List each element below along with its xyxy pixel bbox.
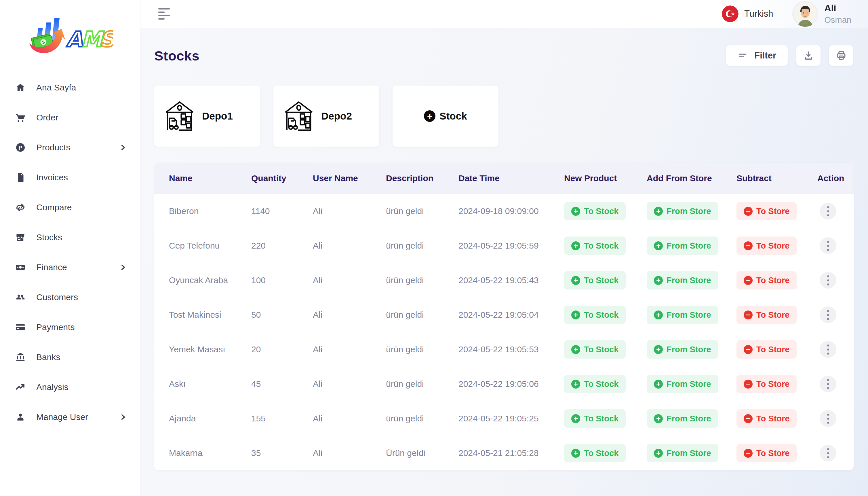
- table-row: Askı 45 Ali ürün geldi 2024-05-22 19:05:…: [154, 367, 854, 401]
- table-row: Makarna 35 Ali Ürün geldi 2024-05-21 21:…: [154, 436, 854, 470]
- to-store-button[interactable]: − To Store: [737, 375, 797, 393]
- plus-circle-icon: +: [654, 276, 663, 285]
- to-store-label: To Store: [756, 379, 789, 389]
- to-store-button[interactable]: − To Store: [737, 306, 797, 324]
- sidebar-item-order[interactable]: Order: [0, 103, 140, 133]
- language-selector[interactable]: Turkish: [722, 5, 773, 22]
- from-store-button[interactable]: + From Store: [647, 202, 718, 220]
- cell-quantity: 220: [251, 241, 313, 251]
- filter-label: Filter: [754, 50, 776, 61]
- row-actions-button[interactable]: [820, 410, 836, 427]
- sidebar-item-payments[interactable]: Payments: [0, 312, 140, 342]
- from-store-button[interactable]: + From Store: [647, 409, 718, 428]
- sidebar-item-finance[interactable]: Finance: [0, 252, 140, 282]
- row-actions-button[interactable]: [820, 272, 836, 289]
- depot-card-depo1[interactable]: Depo1: [154, 86, 260, 146]
- cell-description: ürün geldi: [386, 310, 459, 320]
- row-actions-button[interactable]: [820, 376, 836, 392]
- table-body: Biberon 1140 Ali ürün geldi 2024-09-18 0…: [154, 194, 854, 470]
- print-button[interactable]: [829, 45, 854, 66]
- sidebar-item-label: Analysis: [36, 382, 68, 392]
- depot-label: Depo1: [202, 110, 233, 122]
- to-store-button[interactable]: − To Store: [737, 444, 797, 462]
- stocks-table: Name Quantity User Name Description Date…: [154, 163, 854, 470]
- svg-text:A: A: [66, 27, 83, 51]
- cell-date-time: 2024-05-22 19:05:06: [459, 379, 564, 389]
- row-actions-button[interactable]: [820, 203, 836, 219]
- depot-label: Depo2: [321, 110, 352, 122]
- to-store-button[interactable]: − To Store: [737, 271, 797, 290]
- filter-button[interactable]: Filter: [726, 45, 788, 66]
- cell-name: Oyuncak Araba: [169, 275, 251, 285]
- cell-name: Makarna: [169, 448, 251, 458]
- to-stock-button[interactable]: + To Stock: [564, 444, 626, 462]
- cell-user-name: Ali: [313, 414, 386, 423]
- row-actions-button[interactable]: [820, 341, 836, 358]
- to-store-button[interactable]: − To Store: [737, 409, 797, 428]
- row-actions-button[interactable]: [820, 307, 836, 323]
- to-store-button[interactable]: − To Store: [737, 202, 797, 220]
- to-stock-button[interactable]: + To Stock: [564, 236, 626, 255]
- to-stock-button[interactable]: + To Stock: [564, 306, 626, 324]
- svg-text:S: S: [100, 27, 113, 51]
- filter-icon: [738, 50, 749, 61]
- from-store-button[interactable]: + From Store: [647, 375, 718, 393]
- sidebar-item-compare[interactable]: Compare: [0, 192, 140, 222]
- user-menu[interactable]: Ali Osman: [792, 1, 851, 27]
- sidebar-item-products[interactable]: P Products: [0, 133, 140, 162]
- warehouse-icon: [162, 99, 197, 133]
- warehouse-icon: [282, 99, 316, 133]
- cell-user-name: Ali: [313, 379, 386, 389]
- to-store-button[interactable]: − To Store: [737, 340, 797, 359]
- add-stock-card[interactable]: + Stock: [392, 86, 498, 146]
- cell-description: Ürün geldi: [386, 448, 459, 458]
- cell-quantity: 50: [251, 310, 313, 320]
- from-store-button[interactable]: + From Store: [647, 444, 718, 462]
- to-stock-button[interactable]: + To Stock: [564, 375, 626, 393]
- to-store-button[interactable]: − To Store: [737, 236, 797, 255]
- col-header-new-product: New Product: [564, 173, 647, 183]
- sidebar-item-customers[interactable]: Customers: [0, 282, 140, 312]
- table-row: Oyuncak Araba 100 Ali ürün geldi 2024-05…: [154, 263, 854, 297]
- sidebar-item-analysis[interactable]: Analysis: [0, 372, 140, 402]
- user-name: Ali: [824, 3, 851, 14]
- banknote-icon: [14, 261, 27, 273]
- to-stock-button[interactable]: + To Stock: [564, 409, 626, 428]
- to-stock-label: To Stock: [584, 276, 618, 285]
- sidebar-item-label: Invoices: [36, 172, 68, 182]
- sidebar-item-stocks[interactable]: Stocks: [0, 222, 140, 252]
- plus-circle-icon: +: [654, 449, 663, 458]
- to-store-label: To Store: [756, 414, 789, 423]
- menu-toggle-icon[interactable]: [158, 8, 171, 19]
- sidebar-item-ana-sayfa[interactable]: Ana Sayfa: [0, 73, 140, 103]
- to-stock-button[interactable]: + To Stock: [564, 340, 626, 359]
- minus-circle-icon: −: [744, 379, 753, 389]
- col-header-date-time: Date Time: [459, 173, 564, 183]
- from-store-label: From Store: [666, 276, 711, 285]
- sidebar-item-invoices[interactable]: Invoices: [0, 162, 140, 192]
- sidebar-item-label: Banks: [36, 352, 60, 362]
- minus-circle-icon: −: [744, 276, 753, 285]
- from-store-button[interactable]: + From Store: [647, 236, 718, 255]
- row-actions-button[interactable]: [820, 237, 836, 254]
- to-store-label: To Store: [756, 206, 789, 216]
- plus-circle-icon: +: [654, 310, 663, 320]
- table-row: Biberon 1140 Ali ürün geldi 2024-09-18 0…: [154, 194, 854, 229]
- row-actions-button[interactable]: [820, 445, 836, 462]
- from-store-button[interactable]: + From Store: [647, 271, 718, 290]
- depot-card-depo2[interactable]: Depo2: [273, 86, 379, 146]
- from-store-button[interactable]: + From Store: [647, 340, 718, 359]
- download-button[interactable]: [796, 45, 821, 66]
- chevron-right-icon: [119, 413, 127, 421]
- topbar-right: Turkish Ali: [722, 1, 851, 27]
- to-stock-button[interactable]: + To Stock: [564, 202, 626, 220]
- app-root: $ A M S Ana Sayfa Order: [0, 0, 868, 496]
- to-stock-button[interactable]: + To Stock: [564, 271, 626, 290]
- sidebar-item-label: Payments: [36, 322, 75, 332]
- from-store-button[interactable]: + From Store: [647, 306, 718, 324]
- cell-quantity: 155: [251, 414, 313, 423]
- sidebar-item-banks[interactable]: Banks: [0, 342, 140, 372]
- toolbar: Filter: [726, 45, 854, 66]
- cell-date-time: 2024-05-21 21:05:28: [459, 448, 564, 458]
- sidebar-item-manage-user[interactable]: Manage User: [0, 402, 140, 432]
